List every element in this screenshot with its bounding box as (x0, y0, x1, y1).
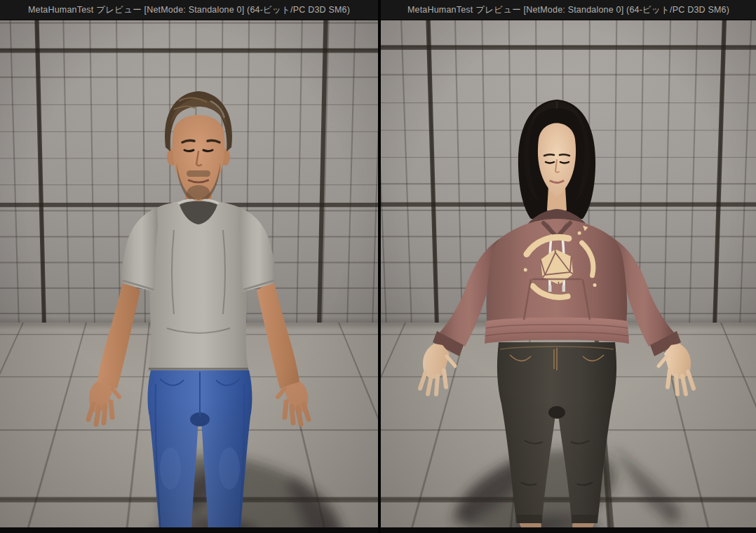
male-character (0, 20, 378, 533)
preview-windows-stage: MetaHumanTest プレビュー [NetMode: Standalone… (0, 0, 756, 533)
female-character (381, 20, 756, 533)
title-bar[interactable]: MetaHumanTest プレビュー [NetMode: Standalone… (0, 0, 378, 20)
viewport-3d-scene[interactable] (381, 20, 756, 533)
window-title: MetaHumanTest プレビュー [NetMode: Standalone… (28, 4, 350, 16)
viewport-3d-scene[interactable] (0, 20, 378, 533)
title-bar[interactable]: MetaHumanTest プレビュー [NetMode: Standalone… (381, 0, 756, 20)
preview-window-male: MetaHumanTest プレビュー [NetMode: Standalone… (0, 0, 378, 533)
window-bottom-edge (0, 527, 378, 533)
window-title: MetaHumanTest プレビュー [NetMode: Standalone… (407, 4, 729, 16)
preview-window-female: MetaHumanTest プレビュー [NetMode: Standalone… (378, 0, 756, 533)
window-bottom-edge (381, 527, 756, 533)
male-head (165, 91, 232, 201)
